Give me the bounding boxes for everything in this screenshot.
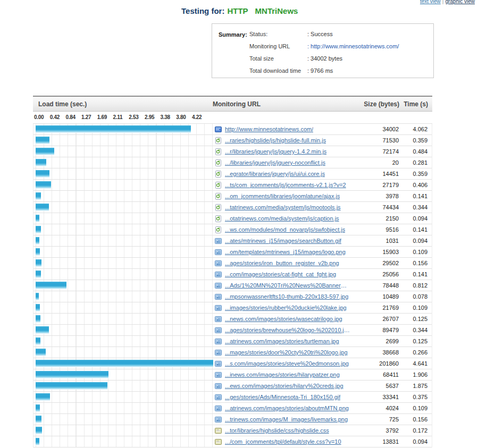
table-row: ...news.com/images/stories/wasecatrilogo… bbox=[33, 314, 432, 325]
resource-url-link[interactable]: ...mpsonwassnerltfts10-thumb-220x183-597… bbox=[225, 293, 348, 300]
resource-url-link[interactable]: .../libraries/jquery/js/jquery-noconflic… bbox=[225, 159, 325, 166]
resource-url-link[interactable]: ...Ads/1%20MN%20Tri%20News%20Banner%20Ad… bbox=[225, 282, 350, 289]
size-value: 78448 bbox=[350, 282, 399, 289]
image-file-icon bbox=[215, 360, 222, 367]
resource-url-link[interactable]: ...r/libraries/jquery/js/jquery-1.4.2.mi… bbox=[225, 148, 326, 155]
image-file-icon bbox=[215, 416, 222, 423]
size-value: 14451 bbox=[350, 171, 399, 177]
resource-url-cell: ...ges/stories/Ads/Minnesota-Tri_180x150… bbox=[213, 394, 350, 401]
load-time-bar bbox=[36, 237, 39, 244]
resource-url-link[interactable]: ...news.com/images/stories/wasecatrilogo… bbox=[225, 316, 342, 322]
title-prefix: Testing for: bbox=[181, 6, 224, 15]
size-value: 26707 bbox=[350, 316, 399, 322]
css-file-icon bbox=[215, 427, 222, 434]
resource-url-link[interactable]: ...atrinews.com/images/stories/turtleman… bbox=[225, 338, 339, 344]
axis-tick-label: 3.80 bbox=[176, 114, 186, 120]
time-value: 0.344 bbox=[399, 327, 432, 333]
axis-tick-label: 0.00 bbox=[34, 114, 44, 120]
time-value: 0.078 bbox=[399, 293, 432, 300]
image-file-icon bbox=[215, 327, 222, 334]
time-value: 0.109 bbox=[399, 249, 432, 255]
text-view-link[interactable]: text view bbox=[420, 0, 441, 4]
summary-label: Total size bbox=[249, 53, 307, 65]
size-value: 725 bbox=[350, 416, 399, 422]
resource-url-cell: ...s.com/images/stories/steve%20edmonson… bbox=[213, 360, 350, 367]
size-value: 13831 bbox=[350, 438, 399, 445]
resource-url-link[interactable]: ...ews.com/images/stories/hilary%20creds… bbox=[225, 383, 343, 389]
title-protocol: HTTP bbox=[227, 6, 248, 15]
summary-row: Status:: Success bbox=[249, 28, 430, 40]
table-row: ...inews.com/images/stories/hilarypatzer… bbox=[33, 369, 432, 381]
summary-label: Status: bbox=[249, 28, 307, 40]
table-row: ...ews.com/images/stories/hilary%20creds… bbox=[33, 381, 432, 392]
time-value: 0.172 bbox=[399, 427, 432, 434]
axis-tick-label: 2.11 bbox=[113, 114, 123, 120]
size-value: 201860 bbox=[350, 360, 399, 367]
resource-url-link[interactable]: ...om_jcomments/libraries/joomlatune/aja… bbox=[225, 193, 340, 199]
resource-url-link[interactable]: ...om/templates/mtrinews_j15/images/logo… bbox=[225, 249, 346, 255]
resource-url-link[interactable]: ...ates/mtrinews_j15/images/searchButton… bbox=[225, 238, 341, 244]
table-row: ...om/templates/mtrinews_j15/images/logo… bbox=[33, 247, 432, 258]
time-value: 4.641 bbox=[399, 360, 432, 367]
time-value: 0.359 bbox=[399, 137, 432, 143]
js-file-icon bbox=[215, 226, 222, 233]
page-title: Testing for:HTTPMNTriNews bbox=[181, 6, 298, 15]
load-time-chart-cell bbox=[33, 436, 213, 447]
axis-tick-label: 0.84 bbox=[65, 114, 75, 120]
load-time-bar bbox=[36, 315, 40, 323]
load-time-bar bbox=[36, 337, 40, 345]
resource-url-link[interactable]: ...trinews.com/images/M_images/livemarks… bbox=[225, 416, 348, 422]
load-time-chart-cell bbox=[33, 157, 213, 168]
resource-url-link[interactable]: ...atrinews.com/images/stories/aboutmMTN… bbox=[225, 405, 349, 411]
image-file-icon bbox=[215, 271, 222, 278]
load-time-bar bbox=[36, 382, 107, 390]
resource-url-link[interactable]: ...ws.com/modules/mod_novarp/js/swfobjec… bbox=[225, 226, 345, 233]
size-value: 1031 bbox=[350, 238, 399, 244]
resource-url-link[interactable]: http://www.minnesotatrinews.com/ bbox=[225, 126, 313, 132]
load-time-chart-cell bbox=[33, 191, 213, 201]
resource-url-link[interactable]: ...ts/com_jcomments/js/jcomments-v2.1.js… bbox=[225, 182, 346, 188]
resource-url-cell: ...tatrinews.com/media/system/js/mootool… bbox=[213, 204, 350, 211]
resource-url-link[interactable]: ...inews.com/images/stories/hilarypatzer… bbox=[225, 371, 340, 378]
resource-url-link[interactable]: ...images/stories/rubber%20duckie%20lake… bbox=[225, 305, 347, 311]
resource-url-link[interactable]: ...ges/stories/Ads/Minnesota-Tri_180x150… bbox=[225, 394, 340, 400]
load-time-bar bbox=[36, 293, 39, 300]
resource-url-link[interactable]: ...com/images/stories/cat-fight_cat_fght… bbox=[225, 271, 336, 277]
summary-rows: Status:: SuccessMonitoring URL: http://w… bbox=[249, 28, 430, 77]
resource-url-link[interactable]: ...otatrinews.com/media/system/js/captio… bbox=[225, 215, 339, 222]
resource-url-link[interactable]: ...raries/highslide/js/highslide-full.mi… bbox=[225, 137, 326, 143]
summary-row: Monitoring URL: http://www.minnesotatrin… bbox=[249, 40, 430, 53]
resource-url-link[interactable]: ...ages/stories/brewhouse%20logo-%202010… bbox=[225, 327, 350, 333]
summary-monitoring-url-link[interactable]: : http://www.minnesotatrinews.com/ bbox=[307, 43, 399, 49]
resource-url-cell: ...atrinews.com/images/stories/aboutmMTN… bbox=[213, 405, 350, 412]
resource-url-link[interactable]: ...s.com/images/stories/steve%20edmonson… bbox=[225, 360, 349, 367]
load-time-chart-cell bbox=[33, 213, 213, 224]
summary-label: Total download time bbox=[249, 65, 307, 77]
image-file-icon bbox=[215, 316, 222, 323]
graphic-view-link[interactable]: graphic view bbox=[445, 0, 475, 4]
load-time-chart-cell bbox=[33, 269, 213, 280]
load-time-bar bbox=[36, 170, 49, 177]
resource-url-link[interactable]: ...egrator/libraries/jquery/js/ui/ui.cor… bbox=[225, 171, 325, 177]
load-time-bar bbox=[36, 159, 46, 166]
table-row: ...ates/mtrinews_j15/images/searchButton… bbox=[33, 235, 432, 247]
load-time-chart-cell bbox=[33, 336, 213, 346]
size-value: 10489 bbox=[350, 293, 399, 300]
page: text view|graphic view Testing for:HTTPM… bbox=[0, 0, 478, 448]
title-site-name: MNTriNews bbox=[255, 6, 298, 15]
resource-url-link[interactable]: ...ages/stories/iron_button_register_v2b… bbox=[225, 260, 339, 266]
summary-value: : 9766 ms bbox=[307, 67, 333, 74]
size-value: 21769 bbox=[350, 305, 399, 311]
load-time-chart-cell bbox=[33, 403, 213, 413]
resource-url-cell: ...mages/stories/door%20cty%20tri%20logo… bbox=[213, 349, 350, 356]
resource-url-link[interactable]: ...mages/stories/door%20cty%20tri%20logo… bbox=[225, 349, 348, 356]
table-row: ...mpsonwassnerltfts10-thumb-220x183-597… bbox=[33, 291, 432, 302]
summary-label: Monitoring URL bbox=[249, 40, 307, 53]
resource-url-link[interactable]: .../com_jcomments/tpl/default/style.css?… bbox=[225, 438, 341, 445]
resource-url-cell: ...atrinews.com/images/stories/turtleman… bbox=[213, 338, 350, 345]
resource-url-link[interactable]: ...tor/libraries/highslide/css/highslide… bbox=[225, 427, 329, 434]
table-row: ...images/stories/rubber%20duckie%20lake… bbox=[33, 302, 432, 314]
table-header-row: Load time (sec.) Monitoring URL Size (by… bbox=[33, 96, 432, 112]
load-time-chart-cell bbox=[33, 258, 213, 268]
resource-url-link[interactable]: ...tatrinews.com/media/system/js/mootool… bbox=[225, 204, 341, 210]
